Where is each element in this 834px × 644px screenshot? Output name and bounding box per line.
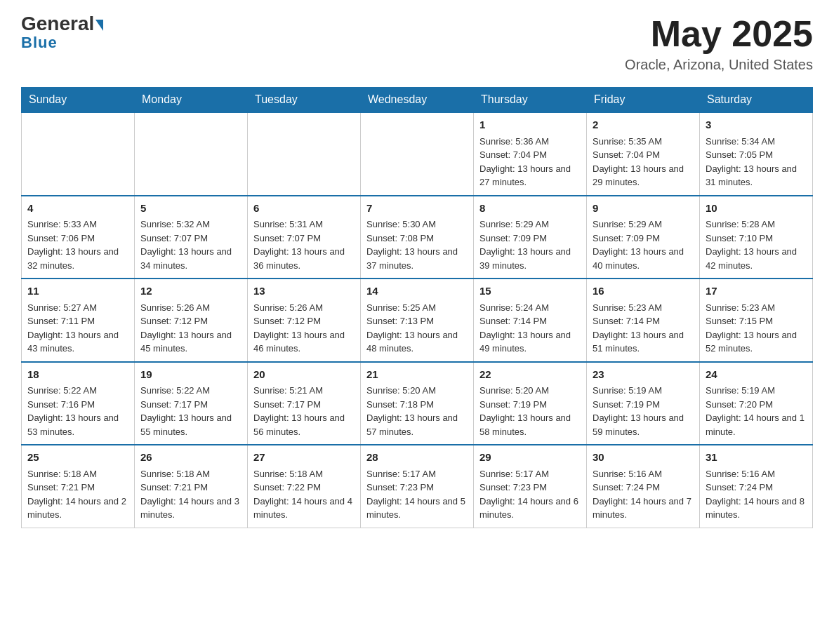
day-number: 18 xyxy=(27,367,128,383)
day-info: Sunrise: 5:20 AMSunset: 7:18 PMDaylight:… xyxy=(366,384,468,438)
calendar-cell: 21Sunrise: 5:20 AMSunset: 7:18 PMDayligh… xyxy=(361,362,474,445)
calendar-cell: 22Sunrise: 5:20 AMSunset: 7:19 PMDayligh… xyxy=(474,362,587,445)
calendar-cell: 2Sunrise: 5:35 AMSunset: 7:04 PMDaylight… xyxy=(587,112,700,196)
day-info: Sunrise: 5:24 AMSunset: 7:14 PMDaylight:… xyxy=(479,301,581,356)
day-number: 3 xyxy=(706,117,807,133)
calendar-cell: 23Sunrise: 5:19 AMSunset: 7:19 PMDayligh… xyxy=(587,362,700,445)
day-info: Sunrise: 5:22 AMSunset: 7:16 PMDaylight:… xyxy=(27,384,128,438)
week-row-2: 4Sunrise: 5:33 AMSunset: 7:06 PMDaylight… xyxy=(22,196,813,279)
day-info: Sunrise: 5:16 AMSunset: 7:24 PMDaylight:… xyxy=(706,467,807,522)
day-number: 9 xyxy=(593,201,694,217)
day-number: 23 xyxy=(593,367,694,383)
title-block: May 2025 Oracle, Arizona, United States xyxy=(625,14,813,73)
calendar-cell xyxy=(361,112,474,196)
calendar-cell xyxy=(135,112,248,196)
day-info: Sunrise: 5:22 AMSunset: 7:17 PMDaylight:… xyxy=(140,384,241,438)
day-info: Sunrise: 5:31 AMSunset: 7:07 PMDaylight:… xyxy=(253,217,355,272)
day-info: Sunrise: 5:18 AMSunset: 7:21 PMDaylight:… xyxy=(140,467,241,522)
day-number: 21 xyxy=(366,367,468,383)
day-number: 17 xyxy=(706,283,807,300)
day-number: 4 xyxy=(27,201,128,217)
day-number: 15 xyxy=(479,283,581,300)
col-header-sunday: Sunday xyxy=(22,88,135,113)
day-number: 8 xyxy=(479,201,581,217)
day-info: Sunrise: 5:29 AMSunset: 7:09 PMDaylight:… xyxy=(479,217,581,272)
calendar-cell: 24Sunrise: 5:19 AMSunset: 7:20 PMDayligh… xyxy=(700,362,813,445)
day-number: 14 xyxy=(366,283,468,300)
week-row-1: 1Sunrise: 5:36 AMSunset: 7:04 PMDaylight… xyxy=(22,112,813,196)
calendar-cell: 17Sunrise: 5:23 AMSunset: 7:15 PMDayligh… xyxy=(700,279,813,362)
day-info: Sunrise: 5:21 AMSunset: 7:17 PMDaylight:… xyxy=(253,384,355,438)
day-info: Sunrise: 5:29 AMSunset: 7:09 PMDaylight:… xyxy=(593,217,694,272)
calendar-cell: 25Sunrise: 5:18 AMSunset: 7:21 PMDayligh… xyxy=(22,445,135,528)
calendar-cell: 16Sunrise: 5:23 AMSunset: 7:14 PMDayligh… xyxy=(587,279,700,362)
calendar-cell xyxy=(22,112,135,196)
calendar-cell: 20Sunrise: 5:21 AMSunset: 7:17 PMDayligh… xyxy=(248,362,361,445)
day-info: Sunrise: 5:35 AMSunset: 7:04 PMDaylight:… xyxy=(593,135,694,189)
day-info: Sunrise: 5:17 AMSunset: 7:23 PMDaylight:… xyxy=(479,467,581,522)
calendar-cell: 5Sunrise: 5:32 AMSunset: 7:07 PMDaylight… xyxy=(135,196,248,279)
calendar-cell: 10Sunrise: 5:28 AMSunset: 7:10 PMDayligh… xyxy=(700,196,813,279)
calendar-cell: 19Sunrise: 5:22 AMSunset: 7:17 PMDayligh… xyxy=(135,362,248,445)
day-info: Sunrise: 5:19 AMSunset: 7:20 PMDaylight:… xyxy=(706,384,807,438)
day-info: Sunrise: 5:18 AMSunset: 7:21 PMDaylight:… xyxy=(27,467,128,522)
calendar-cell: 8Sunrise: 5:29 AMSunset: 7:09 PMDaylight… xyxy=(474,196,587,279)
calendar-cell: 13Sunrise: 5:26 AMSunset: 7:12 PMDayligh… xyxy=(248,279,361,362)
page-header: General Blue May 2025 Oracle, Arizona, U… xyxy=(21,14,813,73)
calendar-cell: 11Sunrise: 5:27 AMSunset: 7:11 PMDayligh… xyxy=(22,279,135,362)
logo-general-text: General xyxy=(21,14,94,34)
calendar-table: SundayMondayTuesdayWednesdayThursdayFrid… xyxy=(21,87,813,528)
calendar-cell: 1Sunrise: 5:36 AMSunset: 7:04 PMDaylight… xyxy=(474,112,587,196)
calendar-header-row: SundayMondayTuesdayWednesdayThursdayFrid… xyxy=(22,88,813,113)
calendar-cell: 18Sunrise: 5:22 AMSunset: 7:16 PMDayligh… xyxy=(22,362,135,445)
day-number: 10 xyxy=(706,201,807,217)
col-header-saturday: Saturday xyxy=(700,88,813,113)
day-number: 2 xyxy=(593,117,694,133)
col-header-thursday: Thursday xyxy=(474,88,587,113)
day-info: Sunrise: 5:23 AMSunset: 7:15 PMDaylight:… xyxy=(706,301,807,356)
day-number: 30 xyxy=(593,450,694,466)
calendar-cell: 30Sunrise: 5:16 AMSunset: 7:24 PMDayligh… xyxy=(587,445,700,528)
day-number: 11 xyxy=(27,283,128,300)
day-info: Sunrise: 5:34 AMSunset: 7:05 PMDaylight:… xyxy=(706,135,807,189)
calendar-cell: 28Sunrise: 5:17 AMSunset: 7:23 PMDayligh… xyxy=(361,445,474,528)
logo: General Blue xyxy=(21,14,103,52)
day-info: Sunrise: 5:18 AMSunset: 7:22 PMDaylight:… xyxy=(253,467,355,522)
day-info: Sunrise: 5:20 AMSunset: 7:19 PMDaylight:… xyxy=(479,384,581,438)
calendar-cell xyxy=(248,112,361,196)
day-info: Sunrise: 5:36 AMSunset: 7:04 PMDaylight:… xyxy=(479,135,581,189)
day-info: Sunrise: 5:26 AMSunset: 7:12 PMDaylight:… xyxy=(140,301,241,356)
calendar-cell: 26Sunrise: 5:18 AMSunset: 7:21 PMDayligh… xyxy=(135,445,248,528)
calendar-cell: 14Sunrise: 5:25 AMSunset: 7:13 PMDayligh… xyxy=(361,279,474,362)
day-info: Sunrise: 5:16 AMSunset: 7:24 PMDaylight:… xyxy=(593,467,694,522)
day-number: 13 xyxy=(253,283,355,300)
col-header-friday: Friday xyxy=(587,88,700,113)
logo-blue-text: Blue xyxy=(21,34,58,52)
col-header-wednesday: Wednesday xyxy=(361,88,474,113)
day-number: 20 xyxy=(253,367,355,383)
col-header-monday: Monday xyxy=(135,88,248,113)
day-number: 5 xyxy=(140,201,241,217)
calendar-cell: 7Sunrise: 5:30 AMSunset: 7:08 PMDaylight… xyxy=(361,196,474,279)
day-number: 24 xyxy=(706,367,807,383)
calendar-cell: 12Sunrise: 5:26 AMSunset: 7:12 PMDayligh… xyxy=(135,279,248,362)
day-info: Sunrise: 5:28 AMSunset: 7:10 PMDaylight:… xyxy=(706,217,807,272)
day-number: 27 xyxy=(253,450,355,466)
day-info: Sunrise: 5:23 AMSunset: 7:14 PMDaylight:… xyxy=(593,301,694,356)
week-row-4: 18Sunrise: 5:22 AMSunset: 7:16 PMDayligh… xyxy=(22,362,813,445)
location-title: Oracle, Arizona, United States xyxy=(625,57,813,73)
day-number: 29 xyxy=(479,450,581,466)
calendar-cell: 9Sunrise: 5:29 AMSunset: 7:09 PMDaylight… xyxy=(587,196,700,279)
calendar-cell: 6Sunrise: 5:31 AMSunset: 7:07 PMDaylight… xyxy=(248,196,361,279)
day-number: 7 xyxy=(366,201,468,217)
day-info: Sunrise: 5:27 AMSunset: 7:11 PMDaylight:… xyxy=(27,301,128,356)
day-number: 6 xyxy=(253,201,355,217)
day-info: Sunrise: 5:19 AMSunset: 7:19 PMDaylight:… xyxy=(593,384,694,438)
calendar-cell: 15Sunrise: 5:24 AMSunset: 7:14 PMDayligh… xyxy=(474,279,587,362)
calendar-cell: 3Sunrise: 5:34 AMSunset: 7:05 PMDaylight… xyxy=(700,112,813,196)
day-info: Sunrise: 5:25 AMSunset: 7:13 PMDaylight:… xyxy=(366,301,468,356)
calendar-cell: 4Sunrise: 5:33 AMSunset: 7:06 PMDaylight… xyxy=(22,196,135,279)
month-title: May 2025 xyxy=(625,14,813,54)
week-row-3: 11Sunrise: 5:27 AMSunset: 7:11 PMDayligh… xyxy=(22,279,813,362)
week-row-5: 25Sunrise: 5:18 AMSunset: 7:21 PMDayligh… xyxy=(22,445,813,528)
